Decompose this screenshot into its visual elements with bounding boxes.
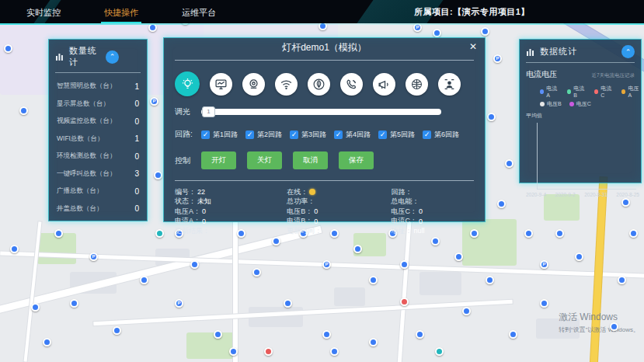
map-device-marker[interactable] — [481, 27, 489, 36]
environment-leaf-icon[interactable] — [308, 73, 330, 96]
map-device-marker[interactable] — [140, 276, 148, 284]
map-device-marker[interactable] — [454, 252, 463, 261]
stat-row-manhole: 井盖总数（台）0 — [57, 200, 139, 218]
stat-value: 1 — [134, 134, 139, 143]
map-device-marker[interactable]: P — [89, 252, 98, 261]
map-device-marker[interactable] — [369, 338, 378, 346]
map-device-marker[interactable] — [497, 200, 506, 208]
map-device-marker[interactable] — [540, 299, 548, 308]
checkbox-circuit-3[interactable]: ✓第3回路 — [290, 130, 326, 140]
info-label: 更新结果： — [175, 226, 210, 236]
info-value: 未知 — [197, 197, 211, 207]
close-icon[interactable]: ✕ — [469, 41, 477, 52]
checkbox-label: 第5回路 — [390, 130, 415, 140]
map-device-marker[interactable] — [54, 229, 63, 238]
video-camera-icon[interactable] — [242, 73, 265, 96]
checkbox-circuit-2[interactable]: ✓第2回路 — [245, 130, 282, 140]
legend-current-c[interactable]: 电流C — [594, 85, 614, 98]
map-device-marker[interactable] — [284, 299, 292, 308]
lighting-icon[interactable] — [175, 71, 200, 96]
map-device-marker[interactable] — [486, 276, 494, 284]
manhole-cover-icon[interactable] — [406, 73, 428, 96]
map-device-marker[interactable] — [435, 347, 444, 356]
legend-voltage-b[interactable]: 电压B — [540, 100, 562, 108]
map-device-marker[interactable] — [272, 237, 280, 245]
map-device-marker[interactable] — [264, 347, 273, 356]
nav-tab-ops-platform[interactable]: 运维平台 — [179, 2, 219, 23]
map-device-marker[interactable] — [524, 229, 533, 238]
map-device-marker[interactable] — [31, 303, 40, 312]
map-device-marker[interactable] — [487, 113, 496, 121]
control-row: 控制 开灯 关灯 取消 保存 — [164, 151, 485, 169]
map-device-marker[interactable] — [416, 330, 424, 339]
brightness-slider[interactable]: 1 — [201, 109, 441, 115]
map-device-marker[interactable] — [353, 245, 362, 253]
map-device-marker[interactable] — [629, 229, 638, 238]
brightness-slider-handle[interactable]: 1 — [202, 106, 215, 117]
face-recognition-icon[interactable] — [438, 73, 461, 96]
map-device-marker[interactable] — [322, 330, 331, 339]
info-total-energy: 总电能： — [391, 197, 478, 207]
map-device-marker[interactable] — [400, 298, 409, 306]
wifi-icon[interactable] — [275, 73, 298, 96]
map-device-marker[interactable] — [43, 338, 51, 346]
cancel-button[interactable]: 取消 — [293, 151, 328, 169]
checkbox-circuit-5[interactable]: ✓第5回路 — [378, 130, 415, 140]
broadcast-megaphone-icon[interactable] — [373, 73, 395, 96]
map-device-marker[interactable] — [575, 252, 583, 261]
display-screen-icon[interactable] — [210, 73, 232, 96]
map-device-marker[interactable] — [610, 322, 618, 331]
map-device-marker[interactable] — [190, 260, 199, 269]
map-device-marker[interactable]: P — [540, 260, 548, 269]
light-off-button[interactable]: 关灯 — [247, 151, 282, 169]
legend-voltage-c[interactable]: 电压C — [569, 100, 591, 108]
info-label: 电压C： — [391, 207, 417, 217]
checkbox-checked-icon: ✓ — [245, 131, 254, 139]
map-device-marker[interactable]: P — [493, 54, 502, 63]
legend-label: 电压C — [576, 100, 591, 108]
checkbox-circuit-4[interactable]: ✓第4回路 — [334, 130, 371, 140]
collapse-arrow-button[interactable]: ⌃ — [106, 50, 119, 64]
map-device-marker[interactable] — [369, 276, 378, 284]
nav-tab-realtime-monitor[interactable]: 实时监控 — [23, 2, 64, 23]
light-on-button[interactable]: 开灯 — [201, 151, 236, 169]
map-device-marker[interactable] — [330, 347, 339, 356]
map-device-marker[interactable] — [10, 245, 19, 253]
map-device-marker[interactable] — [229, 347, 238, 356]
collapse-arrow-button[interactable]: ⌃ — [621, 45, 635, 58]
map-device-marker[interactable] — [252, 268, 261, 277]
legend-current-a[interactable]: 电流A — [540, 85, 559, 98]
call-phone-icon[interactable] — [340, 73, 363, 96]
map-device-marker[interactable] — [4, 44, 12, 53]
info-label: 在线： — [287, 187, 308, 197]
map-device-marker[interactable] — [19, 106, 28, 115]
map-device-marker[interactable]: P — [322, 260, 331, 269]
map-device-marker[interactable] — [155, 229, 164, 238]
map-device-marker[interactable]: P — [175, 299, 183, 308]
stat-label: 视频监控总数（台） — [57, 117, 117, 126]
map-device-marker[interactable] — [555, 229, 564, 238]
legend-row-2: 电压B 电压C — [540, 100, 641, 108]
stat-value: 1 — [134, 82, 139, 91]
map-device-marker[interactable] — [462, 307, 471, 315]
checkbox-circuit-1[interactable]: ✓第1回路 — [201, 130, 238, 140]
map-device-marker[interactable] — [113, 326, 121, 335]
legend-current-b[interactable]: 电流B — [567, 85, 587, 98]
legend-voltage-a[interactable]: 电压A — [621, 85, 641, 98]
checkbox-circuit-6[interactable]: ✓第6回路 — [423, 130, 459, 140]
map-device-marker[interactable] — [621, 198, 630, 207]
map-device-marker[interactable] — [154, 171, 162, 179]
map-device-marker[interactable]: P — [150, 97, 158, 106]
map-device-marker[interactable] — [70, 299, 78, 308]
nav-tab-quick-actions[interactable]: 快捷操作 — [101, 2, 141, 23]
map-device-marker[interactable] — [431, 237, 440, 245]
map-device-marker[interactable] — [505, 159, 513, 168]
map-device-marker[interactable] — [509, 330, 517, 339]
map-device-marker[interactable] — [618, 276, 626, 284]
map-device-marker[interactable] — [214, 330, 222, 339]
save-button[interactable]: 保存 — [339, 151, 374, 169]
stat-value: 0 — [134, 99, 139, 108]
map-device-marker[interactable] — [400, 260, 409, 269]
info-current-a: 电流A：0 — [175, 217, 273, 227]
map-device-marker[interactable] — [433, 29, 441, 37]
